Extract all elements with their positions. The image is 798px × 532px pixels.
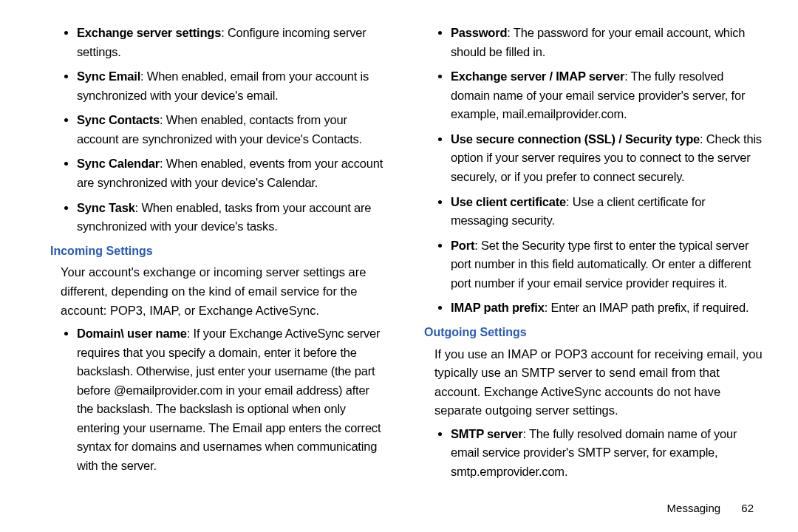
right-top-bullets: Password: The password for your email ac… [424, 24, 763, 318]
list-item: Exchange server settings: Configure inco… [77, 24, 389, 61]
list-item: Sync Task: When enabled, tasks from your… [77, 199, 389, 236]
left-column: Exchange server settings: Configure inco… [35, 24, 389, 497]
bullet-term: Port [451, 239, 474, 252]
incoming-settings-para: Your account's exchange or incoming serv… [50, 263, 389, 320]
page-footer: Messaging 62 [667, 502, 754, 514]
outgoing-settings-heading: Outgoing Settings [424, 324, 763, 342]
footer-section-label: Messaging [667, 502, 721, 514]
bullet-term: Sync Task [77, 201, 135, 214]
list-item: Sync Contacts: When enabled, contacts fr… [77, 111, 389, 149]
outgoing-settings-para: If you use an IMAP or POP3 account for r… [424, 345, 763, 420]
list-item: Exchange server / IMAP server: The fully… [451, 67, 763, 124]
bullet-term: Password [451, 26, 507, 39]
bullet-term: Exchange server settings [77, 26, 221, 39]
bullet-term: SMTP server [451, 427, 522, 440]
bullet-text: : If your Exchange ActiveSync server req… [77, 327, 381, 472]
bullet-term: Use client certificate [451, 195, 566, 208]
bullet-text: : Set the Security type first to enter t… [451, 239, 751, 290]
left-top-bullets: Exchange server settings: Configure inco… [50, 24, 389, 236]
list-item: IMAP path prefix: Enter an IMAP path pre… [451, 299, 763, 318]
bullet-term: Exchange server / IMAP server [451, 69, 624, 83]
left-sub-bullets: Domain\ user name: If your Exchange Acti… [50, 324, 389, 476]
right-sub-bullets: SMTP server: The fully resolved domain n… [424, 425, 763, 482]
list-item: Sync Calendar: When enabled, events from… [77, 154, 389, 192]
list-item: Port: Set the Security type first to ent… [451, 236, 763, 293]
bullet-term: Domain\ user name [77, 327, 187, 340]
bullet-term: Sync Email [77, 69, 140, 83]
list-item: Domain\ user name: If your Exchange Acti… [77, 324, 389, 476]
right-column: Password: The password for your email ac… [424, 24, 763, 497]
bullet-text: : Enter an IMAP path prefix, if required… [545, 301, 749, 314]
bullet-term: IMAP path prefix [451, 301, 545, 314]
list-item: SMTP server: The fully resolved domain n… [451, 425, 763, 482]
incoming-settings-heading: Incoming Settings [50, 242, 389, 261]
bullet-term: Use secure connection (SSL) / Security t… [451, 132, 700, 146]
list-item: Use client certificate: Use a client cer… [451, 193, 763, 231]
bullet-term: Sync Calendar [77, 157, 160, 170]
list-item: Password: The password for your email ac… [451, 24, 763, 61]
footer-page-number: 62 [741, 502, 754, 514]
list-item: Sync Email: When enabled, email from you… [77, 67, 389, 105]
bullet-term: Sync Contacts [77, 113, 160, 126]
list-item: Use secure connection (SSL) / Security t… [451, 130, 763, 187]
